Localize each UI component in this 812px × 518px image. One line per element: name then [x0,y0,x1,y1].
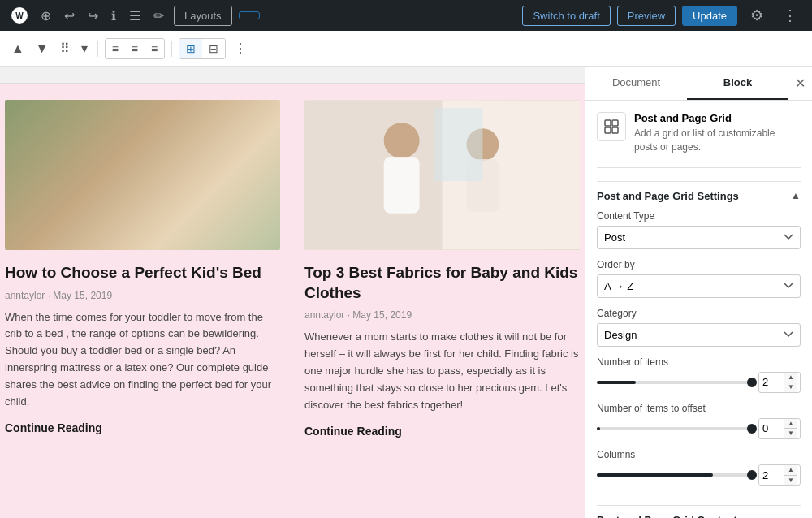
settings-section-header[interactable]: Post and Page Grid Settings ▲ [597,181,801,210]
block-description: Add a grid or list of customizable posts… [634,127,801,154]
post-card-2: Top 3 Best Fabrics for Baby and Kids Clo… [304,100,580,438]
list-view-icon[interactable]: ☰ [126,5,144,27]
main-layout: How to Choose a Perfect Kid's Bed anntay… [0,67,812,518]
canvas-area: How to Choose a Perfect Kid's Bed anntay… [0,67,585,518]
block-options-icon[interactable]: ⋮ [231,37,250,59]
order-by-label: Order by [597,259,801,270]
tab-block[interactable]: Block [687,67,788,100]
columns-value[interactable] [759,466,784,485]
num-items-slider[interactable] [597,381,752,384]
columns-label: Columns [597,449,801,460]
preview-button[interactable]: Preview [617,6,676,26]
columns-down[interactable]: ▼ [784,475,797,486]
columns-spinners: ▲ ▼ [784,465,797,485]
num-items-down[interactable]: ▼ [784,382,797,392]
grid-view-button[interactable]: ⊞ [179,39,202,58]
settings-section: Post and Page Grid Settings ▲ Content Ty… [597,181,801,506]
post-excerpt-1: When the time comes for your toddler to … [5,309,280,411]
offset-label: Number of items to offset [597,403,801,414]
right-panel: Document Block ✕ Post and Page Grid Add … [585,67,812,518]
tab-document[interactable]: Document [585,67,687,100]
columns-thumb[interactable] [747,470,757,480]
category-select[interactable]: Design All Development [597,323,801,347]
drag-handle-icon[interactable]: ⠿ [57,37,73,59]
block-nav-up-icon[interactable]: ▲ [8,38,28,59]
num-items-thumb[interactable] [747,378,757,387]
panel-close-button[interactable]: ✕ [788,69,812,97]
continue-reading-1[interactable]: Continue Reading [5,421,102,434]
svg-rect-8 [612,120,618,126]
post-meta-2: anntaylor · May 15, 2019 [304,309,580,321]
num-items-value[interactable] [759,373,784,391]
template-library-button[interactable] [239,11,260,19]
layouts-button[interactable]: Layouts [174,6,232,26]
svg-rect-3 [384,157,420,214]
block-title: Post and Page Grid [634,112,801,124]
columns-row: ▲ ▼ [597,464,801,486]
switch-to-draft-button[interactable]: Switch to draft [522,6,610,26]
offset-input: ▲ ▼ [758,418,801,439]
blog-grid: How to Choose a Perfect Kid's Bed anntay… [5,100,580,438]
canvas-content: How to Choose a Perfect Kid's Bed anntay… [0,83,585,518]
undo-icon[interactable]: ↩ [61,5,78,27]
block-type-icon[interactable]: ▾ [78,37,91,59]
list-view-button[interactable]: ⊟ [202,39,225,58]
offset-value[interactable] [759,419,784,438]
continue-reading-2[interactable]: Continue Reading [304,425,402,438]
edit-icon[interactable]: ✏ [150,5,167,27]
block-nav-down-icon[interactable]: ▼ [32,38,52,59]
align-center-button[interactable]: ≡ [125,39,145,58]
content-chevron-icon: ▲ [791,515,801,518]
view-mode-group: ⊞ ⊟ [179,38,226,59]
columns-slider[interactable] [597,473,752,477]
settings-section-title: Post and Page Grid Settings [597,190,739,202]
num-items-up[interactable]: ▲ [784,373,797,382]
post-image-1 [5,100,280,250]
content-type-select[interactable]: Post Page [597,226,801,249]
block-info: Post and Page Grid Add a grid or list of… [597,112,801,168]
content-section: Post and Page Grid Content ▲ Display Sec… [597,505,801,518]
secondary-toolbar: ▲ ▼ ⠿ ▾ ≡ ≡ ≡ ⊞ ⊟ ⋮ [0,31,812,67]
block-info-text: Post and Page Grid Add a grid or list of… [634,112,801,154]
num-items-fill [597,381,636,384]
columns-up[interactable]: ▲ [784,465,797,475]
settings-gear-icon[interactable]: ⚙ [744,3,770,28]
top-bar: W ⊕ ↩ ↪ ℹ ☰ ✏ Layouts Switch to draft Pr… [0,0,812,31]
order-by-select[interactable]: A → Z Z → A Date [597,274,801,298]
columns-input: ▲ ▼ [758,464,801,486]
category-group: Category Design All Development [597,308,801,347]
svg-rect-6 [434,108,483,181]
content-type-group: Content Type Post Page [597,210,801,249]
post-title-1: How to Choose a Perfect Kid's Bed [5,263,280,283]
num-items-group: Number of items ▲ ▼ [597,356,801,393]
update-button[interactable]: Update [682,6,737,26]
panel-body: Post and Page Grid Add a grid or list of… [585,101,812,518]
offset-fill [597,427,600,430]
panel-tabs: Document Block ✕ [585,67,812,101]
num-items-input: ▲ ▼ [758,372,801,393]
num-items-spinners: ▲ ▼ [784,373,797,392]
redo-icon[interactable]: ↪ [84,5,102,27]
content-type-label: Content Type [597,210,801,222]
content-section-header[interactable]: Post and Page Grid Content ▲ [597,505,801,518]
more-options-icon[interactable]: ⋮ [776,3,804,28]
num-items-label: Number of items [597,356,801,368]
text-align-group: ≡ ≡ ≡ [105,38,166,59]
post-image-2 [304,100,580,250]
add-block-icon[interactable]: ⊕ [37,5,54,27]
offset-thumb[interactable] [747,424,757,434]
info-icon[interactable]: ℹ [108,5,119,27]
content-section-title: Post and Page Grid Content [597,514,737,518]
offset-spinners: ▲ ▼ [784,419,797,438]
svg-rect-7 [605,120,611,126]
align-right-button[interactable]: ≡ [145,39,164,58]
offset-up[interactable]: ▲ [784,419,797,429]
align-left-button[interactable]: ≡ [106,39,125,58]
offset-group: Number of items to offset ▲ [597,403,801,439]
columns-fill [597,473,713,477]
wp-logo[interactable]: W [8,4,31,27]
post-excerpt-2: Whenever a mom starts to make clothes it… [304,329,580,413]
offset-slider[interactable] [597,427,752,430]
offset-down[interactable]: ▼ [784,428,797,438]
settings-section-body: Content Type Post Page Order by A → Z Z … [597,210,801,506]
